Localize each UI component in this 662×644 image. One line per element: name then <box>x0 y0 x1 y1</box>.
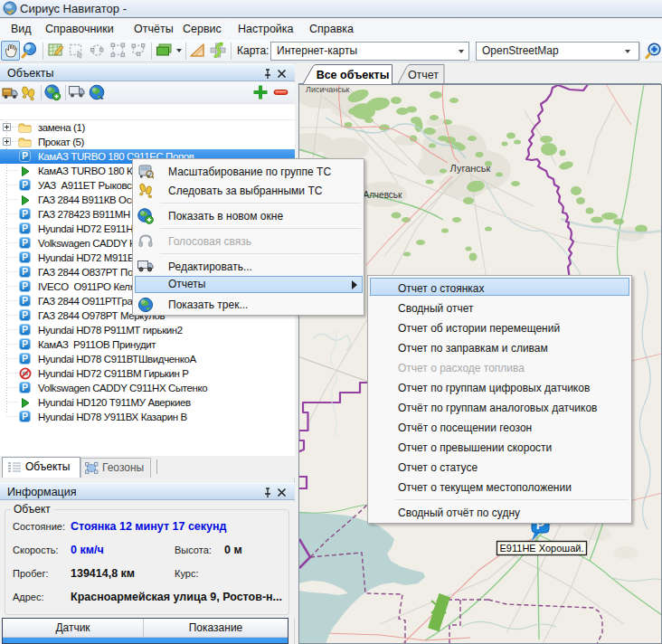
svg-text:P: P <box>22 383 28 393</box>
svg-text:P: P <box>22 209 28 219</box>
svg-text:Все объекты: Все объекты <box>317 69 390 81</box>
svg-text:Лисичанськ: Лисичанськ <box>306 85 349 94</box>
svg-text:P: P <box>22 354 28 364</box>
svg-text:Е911НЕ Хорошай.: Е911НЕ Хорошай. <box>500 543 584 554</box>
svg-text:Отчет: Отчет <box>408 69 439 81</box>
svg-text:P: P <box>22 223 28 233</box>
svg-text:P: P <box>22 325 28 335</box>
svg-text:P: P <box>22 252 28 262</box>
svg-text:P: P <box>22 296 28 306</box>
svg-text:Луганськ: Луганськ <box>450 163 491 174</box>
svg-text:P: P <box>22 412 28 421</box>
svg-text:P: P <box>22 281 28 291</box>
svg-text:Алчевськ: Алчевськ <box>364 190 402 200</box>
svg-text:P: P <box>22 180 28 190</box>
svg-text:P: P <box>22 151 28 161</box>
svg-text:P: P <box>22 267 28 277</box>
svg-text:P: P <box>22 339 28 349</box>
svg-text:P: P <box>22 310 28 320</box>
svg-text:P: P <box>22 238 28 248</box>
